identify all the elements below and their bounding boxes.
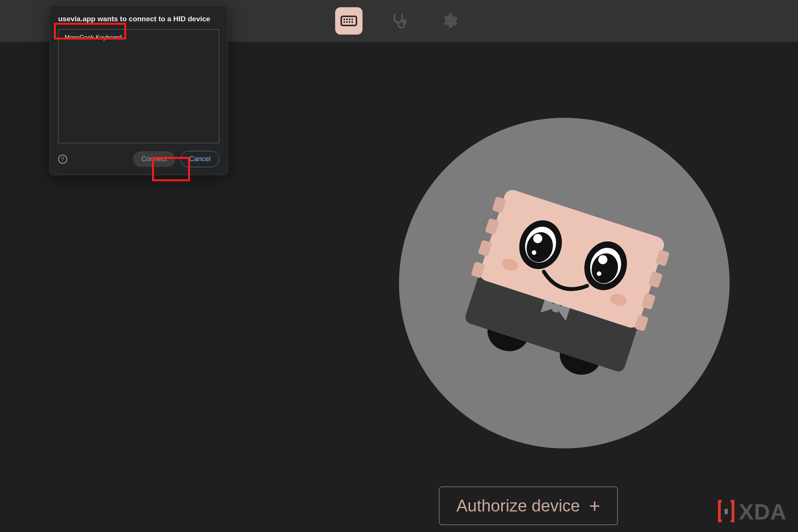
svg-point-9 — [403, 20, 406, 23]
svg-rect-2 — [346, 19, 348, 20]
svg-rect-7 — [349, 21, 350, 23]
svg-rect-3 — [349, 19, 350, 20]
cancel-button[interactable]: Cancel — [180, 151, 219, 167]
xda-watermark: XDA — [715, 499, 787, 524]
authorize-device-button[interactable]: Authorize device + — [439, 486, 618, 525]
svg-rect-0 — [341, 16, 356, 25]
hid-dialog-footer: ? Connect Cancel — [58, 151, 219, 167]
svg-rect-8 — [352, 21, 353, 23]
mascot-circle — [399, 118, 730, 448]
hid-dialog-title: usevia.app wants to connect to a HID dev… — [58, 15, 219, 23]
xda-bracket-icon — [715, 500, 738, 524]
svg-rect-6 — [346, 21, 348, 23]
hid-device-list[interactable]: MonsGeek Keyboard — [58, 29, 219, 143]
nav-settings-tab[interactable] — [435, 7, 463, 35]
svg-rect-4 — [352, 19, 353, 20]
stethoscope-icon — [390, 12, 408, 30]
connect-button[interactable]: Connect — [133, 151, 175, 167]
authorize-device-label: Authorize device — [456, 496, 580, 515]
plus-icon: + — [589, 496, 600, 515]
via-mascot-icon — [450, 168, 678, 398]
gear-icon — [440, 12, 458, 30]
svg-rect-35 — [725, 509, 728, 514]
nav-key-tester-tab[interactable] — [385, 7, 413, 35]
svg-rect-5 — [344, 21, 345, 23]
help-icon[interactable]: ? — [58, 155, 67, 164]
keyboard-icon — [340, 12, 358, 30]
hid-permission-dialog: usevia.app wants to connect to a HID dev… — [49, 5, 228, 175]
nav-configure-tab[interactable] — [335, 7, 363, 35]
xda-watermark-text: XDA — [739, 499, 787, 524]
hid-device-item[interactable]: MonsGeek Keyboard — [62, 33, 215, 43]
svg-rect-1 — [344, 19, 345, 20]
